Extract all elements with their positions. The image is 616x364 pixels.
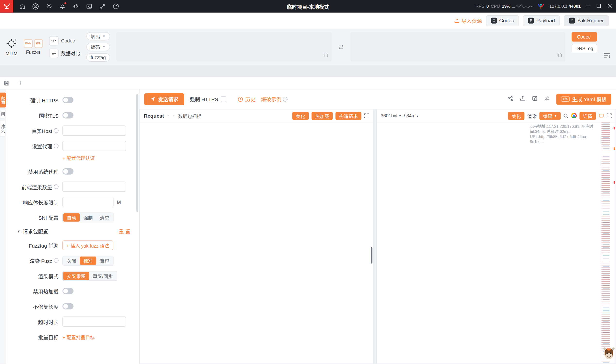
sequence-vertical-tab[interactable]: 序列 [0, 121, 6, 137]
render-mode-sync[interactable]: 草叉/同步 [89, 272, 116, 280]
minimap[interactable] [601, 122, 616, 364]
proxy-label: 设置代理 [32, 142, 52, 150]
yak-runner-button[interactable]: YYak Runner [564, 15, 609, 26]
yakit-logo[interactable] [0, 0, 13, 13]
proxy-auth-link[interactable]: + 配置代理认证 [62, 154, 95, 161]
export-icon[interactable] [519, 95, 525, 103]
edit-icon[interactable] [532, 95, 538, 103]
disable-system-proxy-row: 禁用系统代理 [7, 166, 133, 177]
timeout-input[interactable] [62, 316, 126, 327]
disable-system-proxy-toggle[interactable] [62, 168, 73, 175]
body-limit-input[interactable] [62, 197, 113, 207]
force-https-toggle[interactable] [62, 97, 73, 103]
home-icon[interactable] [19, 3, 26, 10]
encode-dropdown-button[interactable]: 编码▼ [539, 112, 561, 120]
build-request-button[interactable]: 构造请求 [336, 112, 362, 120]
run-codec-button[interactable]: Codec [572, 32, 597, 42]
config-vertical-tab[interactable]: 配置 [0, 93, 6, 107]
codec-app-button[interactable]: CCodec [486, 15, 519, 26]
dnslog-button[interactable]: DNSLog [572, 44, 597, 53]
window-controls [585, 3, 612, 9]
history-link[interactable]: 历史 [238, 95, 255, 103]
gm-tls-toggle[interactable] [62, 112, 73, 118]
real-host-input[interactable] [62, 126, 126, 136]
rules-vertical-tab[interactable] [0, 110, 6, 118]
codec-output-panel[interactable] [350, 32, 565, 62]
minimap-marker [614, 147, 615, 150]
tools-icon[interactable] [99, 3, 106, 10]
copy-icon[interactable] [557, 52, 562, 59]
disable-hot-reload-toggle[interactable] [62, 288, 73, 294]
fuzztag-button[interactable]: fuzztag [86, 53, 110, 62]
render-fuzz-standard[interactable]: 标准 [80, 256, 96, 265]
share-icon[interactable] [507, 95, 513, 103]
copy-icon[interactable] [323, 52, 328, 59]
hot-reload-button[interactable]: 热加载 [312, 112, 333, 120]
proxy-input[interactable] [62, 141, 126, 151]
no-fix-length-toggle[interactable] [62, 303, 73, 310]
response-beautify-button[interactable]: 美化 [508, 112, 524, 120]
close-button[interactable] [607, 3, 612, 9]
request-pane-header: Request ‹› 数据包扫描 美化 热加载 构造请求 [140, 109, 373, 122]
ws-fuzzer-icon[interactable]: WS [34, 39, 43, 48]
request-editor-scrollbar[interactable] [371, 247, 372, 264]
config-scrollbar[interactable] [136, 94, 138, 212]
collapse-strip-icon[interactable] [603, 52, 610, 60]
sni-option-auto[interactable]: 自动 [63, 213, 80, 221]
message-icon[interactable] [599, 113, 604, 118]
disable-system-proxy-label: 禁用系统代理 [7, 168, 62, 175]
encode-dropdown[interactable]: 编码▼ [86, 43, 110, 51]
insert-fuzz-button[interactable]: + 插入 yak.fuzz 语法 [62, 240, 113, 250]
packet-scan-button[interactable]: 数据包扫描 [178, 112, 202, 119]
import-resource-link[interactable]: 导入资源 [454, 17, 482, 25]
response-editor[interactable]: 远程地址:117.21.200.176:81; 响应时间:34ms; 总耗时:6… [377, 122, 616, 364]
decode-dropdown[interactable]: 解码▼ [86, 32, 110, 40]
sni-option-clear[interactable]: 清空 [96, 213, 113, 221]
search-icon[interactable] [563, 113, 568, 118]
next-icon[interactable]: › [173, 113, 174, 118]
help-icon[interactable] [112, 3, 119, 10]
render-button[interactable]: 渲染 [527, 112, 537, 119]
add-tab-icon[interactable] [13, 80, 27, 86]
prev-icon[interactable]: ‹ [167, 113, 169, 118]
fuzztag-assist-row: Fuzztag 辅助 + 插入 yak.fuzz 语法 [7, 240, 133, 250]
detail-button[interactable]: 详情 [580, 112, 596, 120]
send-request-button[interactable]: 发送请求 [144, 93, 184, 105]
web-fuzzer-icon[interactable]: Web [24, 39, 33, 48]
maximize-button[interactable] [596, 3, 601, 9]
notifications-bell-icon[interactable] [59, 3, 66, 10]
user-avatar-icon[interactable] [32, 3, 39, 10]
yak-mascot[interactable] [602, 347, 616, 363]
payload-app-button[interactable]: PPayload [523, 15, 560, 26]
blast-example-link[interactable]: 爆破示例 ? [261, 95, 288, 103]
render-count-input[interactable] [62, 182, 126, 192]
reset-link[interactable]: 重 置 [119, 227, 130, 235]
terminal-icon[interactable] [86, 3, 92, 10]
render-fuzz-off[interactable]: 关闭 [63, 256, 80, 265]
codec-tool-card[interactable]: </>Codec [49, 36, 80, 45]
settings-gear-icon[interactable] [46, 3, 52, 10]
codec-input-panel[interactable] [116, 32, 331, 62]
force-https-check-row[interactable]: 强制 HTTPS [190, 95, 226, 103]
generate-yaml-button[interactable]: </> 生成 Yaml 模板 [556, 94, 611, 104]
mitm-tool-card[interactable]: MITM [6, 37, 18, 56]
request-config-section[interactable]: ▼ 请求包配置 重 置 [17, 227, 134, 235]
fullscreen-icon[interactable] [606, 113, 612, 118]
fullscreen-icon[interactable] [364, 113, 369, 118]
bug-icon[interactable] [72, 3, 79, 10]
render-fuzz-compat[interactable]: 兼容 [96, 256, 113, 265]
render-mode-cross[interactable]: 交叉乘积 [63, 272, 89, 280]
force-https-checkbox[interactable] [221, 96, 226, 102]
data-compare-card[interactable]: 数据对比 [49, 49, 80, 58]
request-editor[interactable] [140, 122, 373, 364]
switch-layout-icon[interactable] [544, 95, 550, 103]
chrome-icon[interactable] [571, 113, 577, 118]
minimize-button[interactable] [585, 3, 590, 9]
swap-io-icon[interactable] [338, 44, 344, 50]
sni-option-force[interactable]: 强制 [80, 213, 96, 221]
fuzzer-tool-card[interactable]: Web WS Fuzzer [24, 39, 43, 55]
beautify-button[interactable]: 美化 [292, 112, 309, 120]
batch-target-link[interactable]: + 配置批量目标 [62, 334, 95, 340]
render-fuzz-segmented: 关闭 标准 兼容 [62, 256, 113, 265]
save-icon[interactable] [0, 80, 13, 86]
